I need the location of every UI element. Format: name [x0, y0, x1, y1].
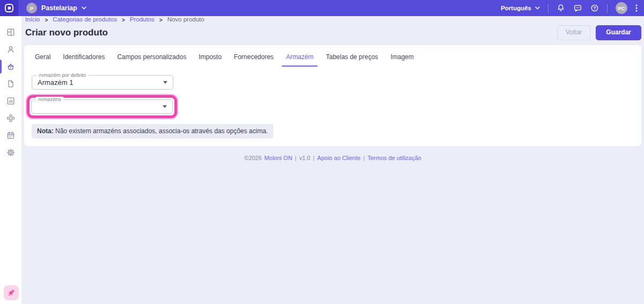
- title-row: Criar novo produto Voltar Guardar: [24, 25, 641, 40]
- sidebar-item-reports[interactable]: [0, 92, 21, 110]
- topbar-divider: [548, 4, 548, 13]
- notifications-button[interactable]: [557, 4, 565, 12]
- tab-campos-personalizados[interactable]: Campos personalizados: [113, 49, 191, 67]
- kebab-menu-icon: [635, 4, 638, 12]
- calendar-icon: [6, 131, 16, 140]
- tab-fornecedores[interactable]: Fornecedores: [230, 49, 278, 67]
- breadcrumb-separator: >: [122, 16, 125, 23]
- more-menu-button[interactable]: [635, 4, 638, 12]
- chat-icon: [573, 4, 582, 12]
- page-actions: Voltar Guardar: [557, 25, 641, 40]
- chevron-down-icon: [535, 6, 540, 10]
- language-selector[interactable]: Português: [501, 5, 540, 11]
- documents-icon: [6, 79, 16, 89]
- integrations-icon: [6, 113, 16, 123]
- company-avatar: P: [26, 3, 37, 13]
- company-switcher[interactable]: P Pastelariap: [26, 3, 86, 13]
- tab-identificadores[interactable]: Identificadores: [58, 49, 109, 67]
- warehouses-select[interactable]: Armazéns: [31, 99, 173, 114]
- topbar-right: Português ?: [501, 2, 644, 14]
- breadcrumb-separator: >: [45, 16, 48, 23]
- breadcrumb-current: Novo produto: [167, 16, 204, 23]
- sidebar-item-settings[interactable]: [0, 144, 21, 161]
- tab-imagem[interactable]: Imagem: [386, 49, 418, 67]
- footer-brand-link[interactable]: Moloni ON: [265, 155, 292, 161]
- footer-terms-link[interactable]: Termos de utilização: [368, 155, 421, 161]
- footer-support-link[interactable]: Apoio ao Cliente: [317, 155, 361, 161]
- chevron-down-icon: [82, 6, 86, 10]
- note-prefix: Nota:: [37, 127, 54, 135]
- sidebar-item-products[interactable]: [0, 58, 21, 75]
- products-icon: [6, 62, 16, 71]
- reports-icon: [6, 96, 16, 106]
- tab-imposto[interactable]: Imposto: [194, 49, 226, 67]
- page-title: Criar novo produto: [25, 27, 108, 38]
- dropdown-caret-icon: [163, 81, 167, 84]
- footer-separator: |: [363, 155, 365, 161]
- note-message: Nota: Não existem armazéns associados, a…: [32, 124, 273, 139]
- sidebar-item-contacts[interactable]: [0, 41, 21, 58]
- sidebar: [0, 16, 21, 304]
- bell-icon: [557, 4, 565, 12]
- moloni-logo[interactable]: [0, 0, 18, 16]
- footer-separator: |: [295, 155, 297, 161]
- footer-separator: |: [313, 155, 314, 161]
- contacts-icon: [6, 45, 16, 54]
- dashboard-icon: [6, 27, 16, 37]
- product-form-card: Geral Identificadores Campos personaliza…: [24, 45, 641, 146]
- sidebar-item-dashboard[interactable]: [0, 24, 21, 41]
- topbar: P Pastelariap Português: [0, 0, 644, 16]
- note-text: Não existem armazéns associados, associa…: [54, 127, 268, 135]
- rocket-icon: [6, 288, 16, 298]
- settings-icon: [6, 148, 16, 157]
- help-icon: ?: [590, 4, 599, 12]
- highlight-annotation: Armazéns: [27, 95, 177, 118]
- chat-button[interactable]: [573, 4, 582, 12]
- save-button[interactable]: Guardar: [596, 25, 641, 40]
- breadcrumb-categorias[interactable]: Categorias de produtos: [53, 16, 117, 23]
- tab-armazem[interactable]: Armazém: [282, 49, 318, 67]
- footer-copyright: ©2026: [244, 155, 262, 161]
- tab-bar: Geral Identificadores Campos personaliza…: [31, 49, 635, 67]
- moloni-logo-icon: [4, 3, 14, 13]
- breadcrumb-separator: >: [159, 16, 163, 23]
- tab-tabelas-de-precos[interactable]: Tabelas de preços: [321, 49, 382, 67]
- breadcrumb-inicio[interactable]: Início: [25, 16, 40, 23]
- sidebar-item-integrations[interactable]: [0, 110, 21, 127]
- breadcrumb: Início > Categorias de produtos > Produt…: [25, 16, 641, 23]
- default-warehouse-label: Armazém por defeito: [36, 73, 88, 78]
- language-label: Português: [501, 5, 531, 11]
- sidebar-item-documents[interactable]: [0, 75, 21, 92]
- user-avatar[interactable]: PC: [616, 2, 627, 14]
- svg-text:?: ?: [593, 6, 596, 11]
- back-button[interactable]: Voltar: [557, 25, 591, 40]
- main-content: Início > Categorias de produtos > Produt…: [21, 16, 644, 161]
- tab-geral[interactable]: Geral: [31, 49, 55, 67]
- dropdown-caret-icon: [163, 105, 167, 108]
- help-button[interactable]: ?: [590, 4, 599, 12]
- launcher-button[interactable]: [4, 285, 19, 300]
- default-warehouse-select[interactable]: Armazém por defeito Armazém 1: [32, 75, 173, 90]
- breadcrumb-produtos[interactable]: Produtos: [130, 16, 155, 23]
- topbar-divider: [607, 4, 608, 13]
- company-name: Pastelariap: [41, 4, 77, 12]
- default-warehouse-value: Armazém 1: [38, 78, 73, 86]
- page-footer: ©2026 Moloni ON | v1.0 | Apoio ao Client…: [24, 155, 641, 161]
- sidebar-item-calendar[interactable]: [0, 127, 21, 144]
- warehouses-label: Armazéns: [36, 97, 63, 102]
- footer-version: v1.0: [299, 155, 310, 161]
